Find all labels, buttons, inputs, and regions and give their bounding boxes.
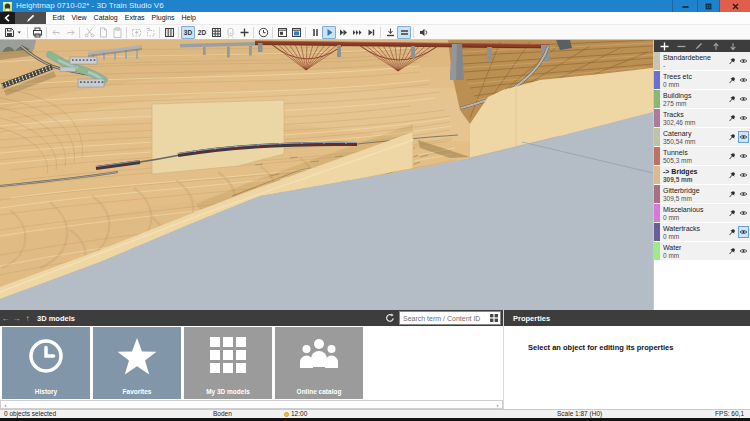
layer-visibility-button[interactable] — [738, 74, 749, 86]
fast-forward-button[interactable] — [336, 26, 350, 39]
layer-row[interactable]: Gitterbridge309,5 mm — [654, 185, 750, 203]
layer-row[interactable]: Trees etc0 mm — [654, 71, 750, 89]
scroll-right-icon[interactable]: › — [493, 401, 502, 408]
layer-visibility-button[interactable] — [738, 131, 749, 143]
layer-pin-button[interactable] — [727, 55, 738, 67]
layer-visibility-button[interactable] — [738, 207, 749, 219]
search-input[interactable] — [400, 315, 489, 322]
play-button[interactable] — [322, 26, 336, 39]
event-manager-button[interactable] — [275, 26, 289, 39]
redo-button[interactable] — [63, 26, 77, 39]
eye-icon — [739, 151, 748, 161]
menu-item-plugins[interactable]: Plugins — [148, 12, 178, 24]
layer-visibility-button[interactable] — [738, 226, 749, 238]
edit-mode-button[interactable] — [15, 12, 46, 24]
add-layer-button[interactable] — [656, 41, 673, 52]
save-button[interactable] — [2, 26, 16, 39]
time-button[interactable] — [256, 26, 270, 39]
edit-layer-button[interactable] — [690, 41, 707, 52]
sound-button[interactable] — [416, 26, 430, 39]
copy-button[interactable] — [96, 26, 110, 39]
toolbar-separator — [413, 27, 414, 38]
eye-icon — [739, 56, 748, 66]
layer-visibility-button[interactable] — [738, 245, 749, 257]
menu-item-extras[interactable]: Extras — [121, 12, 148, 24]
layer-visibility-button[interactable] — [738, 188, 749, 200]
pause-button[interactable] — [308, 26, 322, 39]
menu-item-help[interactable]: Help — [178, 12, 199, 24]
layer-list-button[interactable] — [162, 26, 176, 39]
layer-row[interactable]: -> Bridges309,5 mm — [654, 166, 750, 184]
maximize-button[interactable] — [697, 0, 719, 12]
menu-item-edit[interactable]: Edit — [49, 12, 68, 24]
skip-to-end-button[interactable] — [364, 26, 378, 39]
layer-row[interactable]: Tunnels505,3 mm — [654, 147, 750, 165]
viewport-3d-scene[interactable] — [0, 40, 653, 310]
object-list-button[interactable] — [289, 26, 303, 39]
layer-row[interactable]: Standardebene- — [654, 52, 750, 70]
menu-item-view[interactable]: View — [68, 12, 90, 24]
layer-visibility-button[interactable] — [738, 150, 749, 162]
add-object-button[interactable] — [237, 26, 251, 39]
move-layer-up-button[interactable] — [707, 41, 724, 52]
layer-row[interactable]: Watertracks0 mm — [654, 223, 750, 241]
layer-pin-button[interactable] — [727, 226, 738, 238]
transform-select-button[interactable] — [129, 26, 143, 39]
layer-pin-button[interactable] — [727, 188, 738, 200]
layer-text: Gitterbridge309,5 mm — [660, 185, 727, 203]
eye-icon — [739, 132, 748, 142]
layer-row[interactable]: Miscelanious0 mm — [654, 204, 750, 222]
nav-up-button[interactable]: ↑ — [22, 314, 33, 323]
grid-button[interactable] — [209, 26, 223, 39]
view-3d-button[interactable]: 3D — [181, 26, 195, 39]
layer-row[interactable]: Buildings275 mm — [654, 90, 750, 108]
horizontal-scrollbar[interactable]: ‹ › — [0, 400, 503, 409]
fastest-forward-button[interactable] — [350, 26, 364, 39]
scroll-left-icon[interactable]: ‹ — [1, 401, 10, 408]
properties-panel: Properties Select an object for editing … — [503, 310, 750, 409]
layer-pin-button[interactable] — [727, 207, 738, 219]
layer-pin-button[interactable] — [727, 150, 738, 162]
layer-pin-button[interactable] — [727, 169, 738, 181]
move-layer-down-button[interactable] — [724, 41, 741, 52]
drive-vehicle-button[interactable] — [223, 26, 237, 39]
save-dropdown-button[interactable] — [16, 26, 25, 39]
card-online-catalog[interactable]: Online catalog — [275, 327, 363, 399]
card-history[interactable]: History — [2, 327, 90, 399]
nav-forward-button[interactable]: → — [11, 314, 22, 323]
layer-pin-button[interactable] — [727, 93, 738, 105]
layer-visibility-button[interactable] — [738, 169, 749, 181]
card-favorites[interactable]: Favorites — [93, 327, 181, 399]
play-icon — [324, 27, 335, 38]
refresh-button[interactable] — [383, 311, 397, 325]
grid-view-icon[interactable] — [489, 312, 500, 324]
pin-icon — [728, 56, 737, 67]
nav-back-button[interactable]: ← — [0, 314, 11, 323]
close-button[interactable] — [719, 0, 750, 12]
view-2d-button[interactable]: 2D — [195, 26, 209, 39]
remove-layer-button[interactable] — [673, 41, 690, 52]
layer-pin-button[interactable] — [727, 74, 738, 86]
layer-visibility-button[interactable] — [738, 112, 749, 124]
minimize-button[interactable] — [672, 0, 697, 12]
snap-to-ground-button[interactable] — [383, 26, 397, 39]
layer-row[interactable]: Water0 mm — [654, 242, 750, 260]
paste-button[interactable] — [110, 26, 124, 39]
undo-button[interactable] — [49, 26, 63, 39]
back-button[interactable] — [0, 12, 15, 24]
layer-pin-button[interactable] — [727, 131, 738, 143]
layer-pin-button[interactable] — [727, 245, 738, 257]
maximize-icon — [705, 3, 712, 10]
model-category-cards: HistoryFavoritesMy 3D modelsOnline catal… — [0, 326, 503, 400]
layer-visibility-button[interactable] — [738, 55, 749, 67]
layer-row[interactable]: Catenary350,54 mm — [654, 128, 750, 146]
transform-rotate-button[interactable] — [143, 26, 157, 39]
print-button[interactable] — [30, 26, 44, 39]
card-my-3d-models[interactable]: My 3D models — [184, 327, 272, 399]
layer-visibility-button[interactable] — [738, 93, 749, 105]
align-button[interactable] — [397, 26, 411, 39]
layer-pin-button[interactable] — [727, 112, 738, 124]
cut-button[interactable] — [82, 26, 96, 39]
menu-item-catalog[interactable]: Catalog — [90, 12, 121, 24]
layer-row[interactable]: Tracks302,46 mm — [654, 109, 750, 127]
